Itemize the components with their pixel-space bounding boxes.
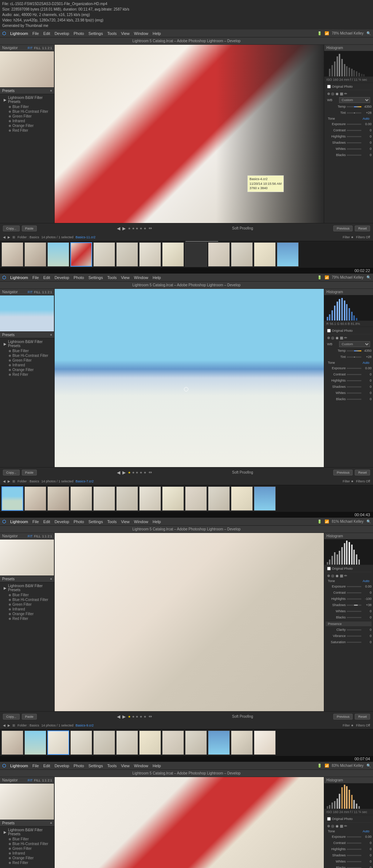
nav-left-icon-1[interactable]: ◀ — [117, 226, 120, 231]
whites-slider-3[interactable] — [347, 611, 361, 612]
film-thumb-1-3[interactable] — [47, 242, 69, 267]
folder-nav-right-icon-1[interactable]: ▶ — [8, 235, 10, 239]
previous-button-1[interactable]: Previous — [333, 226, 353, 231]
preset-blue-hi-1[interactable]: Blue Hi-Contrast Filter — [0, 109, 54, 114]
spot-icon-2[interactable]: ◎ — [331, 336, 334, 340]
film-thumb-1-7[interactable] — [162, 242, 184, 267]
orig-photo-checkbox-4[interactable] — [327, 817, 331, 821]
preset-blue-hi-4[interactable]: Blue Hi-Contrast Filter — [0, 841, 54, 846]
nav-fill-1[interactable]: FILL — [34, 46, 40, 50]
contrast-slider-3[interactable] — [347, 592, 361, 593]
nav-fill-3[interactable]: FILL — [34, 534, 40, 538]
preset-blue-filter-3[interactable]: Blue Filter — [0, 593, 54, 597]
preset-green-3[interactable]: Green Filter — [0, 602, 54, 607]
film-thumb-2-3[interactable] — [47, 486, 69, 511]
contrast-slider-2[interactable] — [347, 374, 361, 375]
film-thumb-3-7[interactable] — [162, 730, 184, 755]
wb-dropdown-1[interactable]: Custom As Shot Auto — [339, 97, 370, 103]
film-thumb-1-5[interactable] — [116, 242, 138, 267]
menu-view-2[interactable]: View — [121, 275, 130, 280]
preset-green-2[interactable]: Green Filter — [0, 358, 54, 363]
spot-icon-3[interactable]: ◎ — [331, 574, 334, 578]
menu-settings-3[interactable]: Settings — [89, 519, 103, 524]
preset-group-header-1[interactable]: ▶ Lightroom B&W Filter Presets — [0, 95, 54, 104]
preset-infrared-2[interactable]: Infrared — [0, 363, 54, 367]
folder-nav-icon-3[interactable]: ◀ — [3, 724, 5, 727]
previous-button-2[interactable]: Previous — [333, 470, 353, 475]
gradient-icon[interactable]: ▦ — [340, 92, 343, 96]
whites-slider-1[interactable] — [347, 148, 361, 150]
folder-name-1[interactable]: Folder : Basics — [17, 235, 39, 239]
film-thumb-1-4[interactable] — [93, 242, 115, 267]
auto-btn-4[interactable]: Auto — [362, 829, 369, 833]
contrast-slider-1[interactable] — [347, 130, 361, 131]
wb-dropdown-2[interactable]: Custom — [339, 341, 370, 347]
folder-nav-right-icon-2[interactable]: ▶ — [8, 479, 10, 483]
temp-slider-2[interactable] — [347, 350, 361, 351]
preset-red-1[interactable]: Red Filter — [0, 128, 54, 133]
preset-red-3[interactable]: Red Filter — [0, 616, 54, 621]
folder-name-3[interactable]: Folder : Basics — [17, 724, 39, 727]
nav-fit-3[interactable]: FIT — [28, 534, 33, 538]
menu-tools-3[interactable]: Tools — [107, 519, 117, 524]
menu-window-1[interactable]: Window — [134, 31, 148, 36]
nav-right-icon-1[interactable]: ▶ — [122, 226, 126, 231]
clarity-slider-3[interactable] — [347, 629, 361, 630]
menu-settings-1[interactable]: Settings — [89, 31, 103, 36]
exposure-slider-2[interactable] — [347, 368, 361, 369]
menu-lightroom-3[interactable]: Lightroom — [10, 519, 28, 524]
film-thumb-2-10[interactable] — [208, 486, 230, 511]
shadows-slider-2[interactable] — [347, 386, 361, 387]
menu-help-3[interactable]: Help — [153, 519, 161, 524]
menu-edit-4[interactable]: Edit — [43, 764, 50, 768]
brush-icon-4[interactable]: ✏ — [344, 824, 347, 828]
stars-1[interactable]: ★ ★ ★ ★ ★ — [128, 227, 146, 230]
auto-btn-3[interactable]: Auto — [362, 579, 369, 583]
film-thumb-3-6[interactable] — [139, 730, 161, 755]
tint-slider-1[interactable] — [347, 112, 361, 114]
search-icon-3[interactable]: 🔍 — [366, 519, 371, 523]
saturation-slider-3[interactable] — [347, 642, 361, 643]
shadows-slider-1[interactable] — [347, 142, 361, 143]
film-thumb-1-selected[interactable] — [70, 242, 92, 267]
gradient-icon-3[interactable]: ▦ — [340, 574, 343, 578]
exposure-slider-4[interactable] — [347, 836, 361, 837]
menu-settings-2[interactable]: Settings — [89, 275, 103, 280]
highlights-slider-2[interactable] — [347, 380, 361, 381]
nav-numbers-3[interactable]: 1:1 2:1 — [42, 534, 52, 538]
auto-btn-1[interactable]: Auto — [362, 117, 369, 120]
highlights-slider-3[interactable] — [347, 598, 361, 600]
search-icon-2[interactable]: 🔍 — [366, 275, 371, 279]
menu-file-4[interactable]: File — [32, 764, 39, 768]
film-thumb-3-4[interactable] — [93, 730, 115, 755]
reset-button-3[interactable]: Reset — [355, 714, 370, 720]
nav-right-icon-2[interactable]: ▶ — [122, 470, 126, 475]
exposure-slider-1[interactable] — [347, 124, 361, 125]
menu-help-4[interactable]: Help — [153, 764, 161, 768]
orig-photo-checkbox-1[interactable] — [327, 85, 331, 88]
preset-orange-2[interactable]: Orange Filter — [0, 367, 54, 372]
film-thumb-2-5[interactable] — [93, 486, 115, 511]
crop-icon-2[interactable]: ⊕ — [327, 336, 330, 340]
menu-tools-4[interactable]: Tools — [107, 764, 117, 768]
menu-view-3[interactable]: View — [121, 519, 130, 524]
film-thumb-3-9[interactable] — [208, 730, 230, 755]
film-thumb-3-5[interactable] — [116, 730, 138, 755]
redeye-icon-2[interactable]: ◉ — [335, 336, 339, 340]
menu-window-3[interactable]: Window — [134, 519, 148, 524]
nav-left-icon-2[interactable]: ◀ — [117, 470, 120, 475]
spot-icon-4[interactable]: ◎ — [331, 824, 334, 828]
preset-blue-hi-3[interactable]: Blue Hi-Contrast Filter — [0, 597, 54, 602]
temp-slider-1[interactable] — [347, 106, 361, 107]
blacks-slider-2[interactable] — [347, 399, 361, 400]
film-thumb-3-1[interactable] — [1, 730, 23, 755]
menu-edit-1[interactable]: Edit — [43, 31, 50, 36]
preset-infrared-4[interactable]: Infrared — [0, 851, 54, 856]
nav-numbers-2[interactable]: 1:1 2:1 — [42, 290, 52, 294]
menu-develop-4[interactable]: Develop — [55, 764, 69, 768]
presets-add-icon-2[interactable]: + — [50, 333, 52, 337]
reset-button-2[interactable]: Reset — [355, 470, 370, 475]
orig-photo-checkbox-2[interactable] — [327, 329, 331, 333]
folder-name-2[interactable]: Folder : Basics — [17, 479, 39, 483]
search-icon-4[interactable]: 🔍 — [366, 764, 371, 768]
